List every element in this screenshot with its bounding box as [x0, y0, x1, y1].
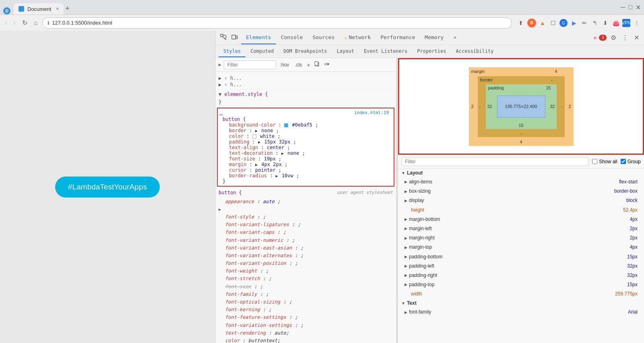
css-scroll[interactable]: ▶ ‹ h... ▶ ‹ h... ▼ element.style { [215, 72, 396, 343]
ua-expand-arrow[interactable]: ▶ [215, 206, 396, 213]
extensions-icon[interactable]: ⬆ [517, 19, 525, 27]
text-section-label: Text [407, 300, 417, 306]
tab-more[interactable]: » [448, 31, 461, 44]
padding-bottom-expand[interactable]: ▶ [405, 254, 407, 260]
devtools-toolbar: Elements Console Sources ⚠ Network Perfo… [215, 31, 644, 45]
layout-filter-input[interactable] [401, 157, 589, 166]
padding-right-val: 32 [550, 104, 555, 109]
home-button[interactable]: ⌂ [32, 18, 39, 28]
more-icon[interactable]: ⋮ [633, 19, 641, 27]
close-window-button[interactable]: ✕ [636, 4, 641, 11]
tab-title: Document [27, 6, 51, 12]
tab-elements[interactable]: Elements [241, 31, 276, 44]
margin-top-expand[interactable]: ▶ [405, 245, 407, 250]
forward-button[interactable]: › [12, 18, 17, 28]
cls-button[interactable]: .cls [293, 61, 303, 69]
toggle-style-btn[interactable] [323, 60, 330, 69]
back-button[interactable]: ‹ [3, 18, 8, 28]
copy-style-btn[interactable] [314, 60, 321, 69]
margin-label: margin [471, 69, 485, 74]
show-all-checkbox[interactable]: Show all [592, 159, 617, 164]
rule-close: } [219, 179, 392, 184]
subtab-computed[interactable]: Computed [246, 46, 279, 57]
vpn-icon[interactable]: VPN [622, 19, 630, 27]
device-toolbar-btn[interactable] [230, 32, 239, 43]
ua-prop-color-buttontext: color : buttontext; [215, 337, 396, 343]
text-dec-arrow[interactable]: ▶ [281, 151, 284, 156]
brave-icon[interactable]: B [527, 19, 536, 27]
subtab-properties[interactable]: Properties [412, 46, 451, 57]
maximize-button[interactable]: □ [628, 4, 632, 11]
margin-arrow[interactable]: ▶ [255, 162, 258, 167]
group-checkbox-input[interactable] [621, 159, 626, 164]
svg-rect-0 [221, 34, 223, 37]
refresh-button[interactable]: ↻ [21, 17, 29, 28]
layout-section-header[interactable]: ▼ Layout [398, 168, 644, 177]
group-checkbox[interactable]: Group [621, 159, 641, 164]
html-tree-item-1[interactable]: ▶ ‹ h... [219, 75, 393, 81]
new-tab-button[interactable]: + [64, 3, 71, 15]
devtools-close-btn[interactable]: ✕ [632, 32, 641, 43]
align-items-value: flex-start [605, 178, 638, 186]
subtab-layout[interactable]: Layout [332, 46, 359, 57]
color-swatch-color[interactable] [252, 135, 256, 139]
font-family-expand[interactable]: ▶ [405, 310, 407, 315]
minimize-button[interactable]: ─ [621, 4, 625, 11]
show-all-checkbox-input[interactable] [592, 159, 597, 164]
subtab-dom-breakpoints[interactable]: DOM Breakpoints [279, 46, 332, 57]
border-arrow[interactable]: ▶ [255, 129, 258, 133]
source-link[interactable]: index.html:19 [354, 110, 389, 115]
inspect-element-btn[interactable] [219, 32, 228, 43]
subtab-accessibility[interactable]: Accessibility [451, 46, 499, 57]
padding-arrow[interactable]: ▶ [258, 140, 260, 144]
history-icon[interactable]: ↰ [591, 19, 599, 27]
tab-sources[interactable]: Sources [308, 31, 339, 44]
filter-input[interactable] [224, 60, 276, 69]
warning-icon[interactable]: ▲ [539, 19, 547, 27]
dots-button[interactable]: … [219, 110, 223, 116]
font-family-label: font-family [409, 308, 431, 316]
screenshot-icon[interactable]: ☐ [549, 19, 557, 27]
rule-selector[interactable]: button { [219, 116, 392, 122]
download-icon[interactable]: ⬇ [601, 19, 609, 27]
expand-icon: ▶ [219, 62, 221, 67]
devtools-more-btn[interactable]: ⋮ [620, 32, 630, 43]
ua-selector[interactable]: button { [219, 189, 242, 197]
subtab-event-listeners[interactable]: Event Listeners [359, 46, 412, 57]
padding-left-expand[interactable]: ▶ [405, 263, 407, 269]
margin-right-expand[interactable]: ▶ [405, 235, 407, 241]
margin-bottom-expand[interactable]: ▶ [405, 216, 407, 222]
subtab-styles[interactable]: Styles [219, 46, 246, 57]
brave-icon2[interactable]: ▶ [570, 19, 578, 27]
tab-network[interactable]: ⚠ Network [339, 31, 376, 44]
active-tab[interactable]: Document × [14, 3, 64, 15]
pen-icon[interactable]: ✏ [580, 19, 588, 27]
border-right-val: - [561, 104, 563, 109]
tab-close-btn[interactable]: × [56, 6, 59, 12]
border-radius-arrow[interactable]: ▶ [276, 174, 278, 178]
tab-console[interactable]: Console [276, 31, 308, 44]
padding-right-expand[interactable]: ▶ [405, 272, 407, 278]
layout-row-margin-top: ▶ margin-top 4px [398, 243, 644, 252]
align-items-expand[interactable]: ▶ [405, 179, 407, 185]
tab-memory[interactable]: Memory [420, 31, 448, 44]
wallet-icon[interactable]: 👛 [612, 19, 620, 27]
add-style-btn[interactable]: + [306, 61, 311, 69]
devtools-settings-btn[interactable]: ⚙ [609, 32, 618, 43]
box-sizing-expand[interactable]: ▶ [405, 189, 407, 194]
tab-performance[interactable]: Performance [376, 31, 420, 44]
ua-prop-font-style: font-style : ; [215, 213, 396, 221]
margin-left-expand[interactable]: ▶ [405, 226, 407, 231]
color-swatch-bg[interactable] [284, 123, 288, 127]
extensions-icon2[interactable]: G [559, 19, 568, 27]
content-size: 195.775×22.400 [505, 104, 537, 109]
html-tree-item-2[interactable]: ▶ ‹ h... [219, 81, 393, 88]
address-input-container[interactable]: ℹ 127.0.0.1:5500/index.html [42, 17, 512, 29]
text-section-header[interactable]: ▼ Text [398, 299, 644, 308]
padding-left-value: 32px [605, 262, 638, 270]
display-expand[interactable]: ▶ [405, 198, 407, 204]
hov-button[interactable]: :hov [279, 61, 291, 69]
padding-top-expand[interactable]: ▶ [405, 282, 407, 287]
element-style-selector[interactable]: ▼ element.style { [215, 91, 396, 98]
demo-button[interactable]: #LambdaTestYourApps [55, 177, 160, 197]
